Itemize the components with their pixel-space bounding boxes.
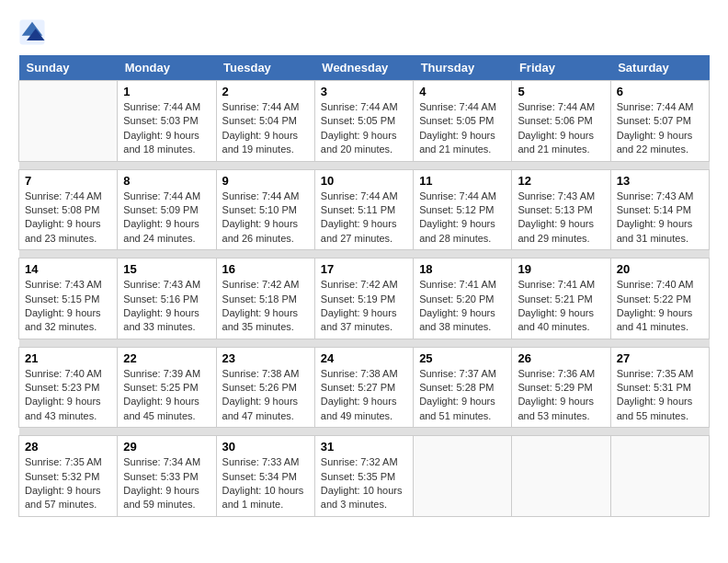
cell-info: Sunrise: 7:34 AMSunset: 5:33 PMDaylight:… xyxy=(123,455,210,512)
calendar-cell: 9 Sunrise: 7:44 AMSunset: 5:10 PMDayligh… xyxy=(216,169,314,250)
calendar-cell: 18 Sunrise: 7:41 AMSunset: 5:20 PMDaylig… xyxy=(414,259,512,339)
date-number: 30 xyxy=(222,440,309,454)
day-header-wednesday: Wednesday xyxy=(314,55,413,81)
week-row-2: 7 Sunrise: 7:44 AMSunset: 5:08 PMDayligh… xyxy=(19,169,710,250)
date-number: 2 xyxy=(222,85,309,98)
calendar-cell: 14 Sunrise: 7:43 AMSunset: 5:15 PMDaylig… xyxy=(19,259,118,339)
date-number: 31 xyxy=(321,440,407,454)
date-number: 14 xyxy=(25,262,111,276)
calendar-cell: 5 Sunrise: 7:44 AMSunset: 5:06 PMDayligh… xyxy=(512,81,610,162)
calendar-cell: 29 Sunrise: 7:34 AMSunset: 5:33 PMDaylig… xyxy=(118,436,216,517)
cell-info: Sunrise: 7:44 AMSunset: 5:12 PMDaylight:… xyxy=(419,190,506,247)
separator-cell xyxy=(19,339,710,347)
date-number: 4 xyxy=(419,85,506,98)
calendar-cell: 28 Sunrise: 7:35 AMSunset: 5:32 PMDaylig… xyxy=(19,436,118,517)
cell-info: Sunrise: 7:44 AMSunset: 5:10 PMDaylight:… xyxy=(222,190,309,247)
calendar-cell: 11 Sunrise: 7:44 AMSunset: 5:12 PMDaylig… xyxy=(414,169,512,250)
calendar-cell xyxy=(512,436,610,517)
cell-info: Sunrise: 7:43 AMSunset: 5:13 PMDaylight:… xyxy=(518,190,604,247)
calendar-cell: 8 Sunrise: 7:44 AMSunset: 5:09 PMDayligh… xyxy=(118,169,216,250)
cell-info: Sunrise: 7:42 AMSunset: 5:19 PMDaylight:… xyxy=(321,278,407,335)
cell-info: Sunrise: 7:41 AMSunset: 5:21 PMDaylight:… xyxy=(518,278,604,335)
day-header-saturday: Saturday xyxy=(610,55,709,81)
date-number: 17 xyxy=(321,262,407,276)
calendar-cell: 30 Sunrise: 7:33 AMSunset: 5:34 PMDaylig… xyxy=(216,436,314,517)
cell-info: Sunrise: 7:43 AMSunset: 5:15 PMDaylight:… xyxy=(25,278,111,335)
day-header-friday: Friday xyxy=(512,55,610,81)
date-number: 25 xyxy=(419,351,506,365)
date-number: 10 xyxy=(321,174,407,188)
calendar-cell: 26 Sunrise: 7:36 AMSunset: 5:29 PMDaylig… xyxy=(512,347,610,428)
date-number: 11 xyxy=(419,174,506,188)
cell-info: Sunrise: 7:35 AMSunset: 5:32 PMDaylight:… xyxy=(25,455,111,512)
calendar-cell xyxy=(610,436,709,517)
date-number: 26 xyxy=(518,351,604,365)
cell-info: Sunrise: 7:33 AMSunset: 5:34 PMDaylight:… xyxy=(222,455,309,512)
calendar-cell: 24 Sunrise: 7:38 AMSunset: 5:27 PMDaylig… xyxy=(314,347,413,428)
cell-info: Sunrise: 7:43 AMSunset: 5:14 PMDaylight:… xyxy=(617,190,703,247)
separator-cell xyxy=(19,428,710,436)
date-number: 21 xyxy=(25,351,111,365)
cell-info: Sunrise: 7:36 AMSunset: 5:29 PMDaylight:… xyxy=(518,367,604,424)
date-number: 16 xyxy=(222,262,309,276)
calendar-cell: 2 Sunrise: 7:44 AMSunset: 5:04 PMDayligh… xyxy=(216,81,314,162)
date-number: 1 xyxy=(123,85,210,98)
cell-info: Sunrise: 7:43 AMSunset: 5:16 PMDaylight:… xyxy=(123,278,210,335)
calendar-cell: 12 Sunrise: 7:43 AMSunset: 5:13 PMDaylig… xyxy=(512,169,610,250)
cell-info: Sunrise: 7:44 AMSunset: 5:05 PMDaylight:… xyxy=(419,100,506,157)
separator-cell xyxy=(19,161,710,169)
week-row-3: 14 Sunrise: 7:43 AMSunset: 5:15 PMDaylig… xyxy=(19,259,710,339)
date-number: 18 xyxy=(419,262,506,276)
cell-info: Sunrise: 7:44 AMSunset: 5:04 PMDaylight:… xyxy=(222,100,309,157)
date-number: 5 xyxy=(518,85,604,98)
date-number: 9 xyxy=(222,174,309,188)
calendar-cell: 4 Sunrise: 7:44 AMSunset: 5:05 PMDayligh… xyxy=(414,81,512,162)
calendar-cell xyxy=(19,81,118,162)
calendar-table: SundayMondayTuesdayWednesdayThursdayFrid… xyxy=(18,55,710,517)
calendar-cell: 1 Sunrise: 7:44 AMSunset: 5:03 PMDayligh… xyxy=(118,81,216,162)
cell-info: Sunrise: 7:32 AMSunset: 5:35 PMDaylight:… xyxy=(321,455,407,512)
calendar-cell: 21 Sunrise: 7:40 AMSunset: 5:23 PMDaylig… xyxy=(19,347,118,428)
week-row-1: 1 Sunrise: 7:44 AMSunset: 5:03 PMDayligh… xyxy=(19,81,710,162)
week-row-5: 28 Sunrise: 7:35 AMSunset: 5:32 PMDaylig… xyxy=(19,436,710,517)
cell-info: Sunrise: 7:40 AMSunset: 5:23 PMDaylight:… xyxy=(25,367,111,424)
date-number: 22 xyxy=(123,351,210,365)
date-number: 20 xyxy=(617,262,703,276)
date-number: 27 xyxy=(617,351,703,365)
calendar-body: 1 Sunrise: 7:44 AMSunset: 5:03 PMDayligh… xyxy=(19,81,710,517)
date-number: 12 xyxy=(518,174,604,188)
date-number: 28 xyxy=(25,440,111,454)
week-separator xyxy=(19,250,710,259)
date-number: 24 xyxy=(321,351,407,365)
logo-icon xyxy=(18,18,46,46)
calendar-cell: 10 Sunrise: 7:44 AMSunset: 5:11 PMDaylig… xyxy=(314,169,413,250)
cell-info: Sunrise: 7:44 AMSunset: 5:11 PMDaylight:… xyxy=(321,190,407,247)
calendar-cell: 20 Sunrise: 7:40 AMSunset: 5:22 PMDaylig… xyxy=(610,259,709,339)
cell-info: Sunrise: 7:39 AMSunset: 5:25 PMDaylight:… xyxy=(123,367,210,424)
calendar-cell: 13 Sunrise: 7:43 AMSunset: 5:14 PMDaylig… xyxy=(610,169,709,250)
cell-info: Sunrise: 7:38 AMSunset: 5:27 PMDaylight:… xyxy=(321,367,407,424)
day-header-monday: Monday xyxy=(118,55,216,81)
logo xyxy=(18,18,50,46)
date-number: 15 xyxy=(123,262,210,276)
cell-info: Sunrise: 7:42 AMSunset: 5:18 PMDaylight:… xyxy=(222,278,309,335)
week-row-4: 21 Sunrise: 7:40 AMSunset: 5:23 PMDaylig… xyxy=(19,347,710,428)
date-number: 8 xyxy=(123,174,210,188)
week-separator xyxy=(19,428,710,436)
calendar-cell: 3 Sunrise: 7:44 AMSunset: 5:05 PMDayligh… xyxy=(314,81,413,162)
calendar-cell: 6 Sunrise: 7:44 AMSunset: 5:07 PMDayligh… xyxy=(610,81,709,162)
calendar-cell: 16 Sunrise: 7:42 AMSunset: 5:18 PMDaylig… xyxy=(216,259,314,339)
cell-info: Sunrise: 7:44 AMSunset: 5:03 PMDaylight:… xyxy=(123,100,210,157)
date-number: 23 xyxy=(222,351,309,365)
date-number: 6 xyxy=(617,85,703,98)
calendar-cell: 15 Sunrise: 7:43 AMSunset: 5:16 PMDaylig… xyxy=(118,259,216,339)
day-header-row: SundayMondayTuesdayWednesdayThursdayFrid… xyxy=(19,55,710,81)
date-number: 19 xyxy=(518,262,604,276)
day-header-tuesday: Tuesday xyxy=(216,55,314,81)
calendar-cell xyxy=(414,436,512,517)
cell-info: Sunrise: 7:38 AMSunset: 5:26 PMDaylight:… xyxy=(222,367,309,424)
cell-info: Sunrise: 7:41 AMSunset: 5:20 PMDaylight:… xyxy=(419,278,506,335)
day-header-thursday: Thursday xyxy=(414,55,512,81)
calendar-cell: 27 Sunrise: 7:35 AMSunset: 5:31 PMDaylig… xyxy=(610,347,709,428)
calendar-cell: 23 Sunrise: 7:38 AMSunset: 5:26 PMDaylig… xyxy=(216,347,314,428)
